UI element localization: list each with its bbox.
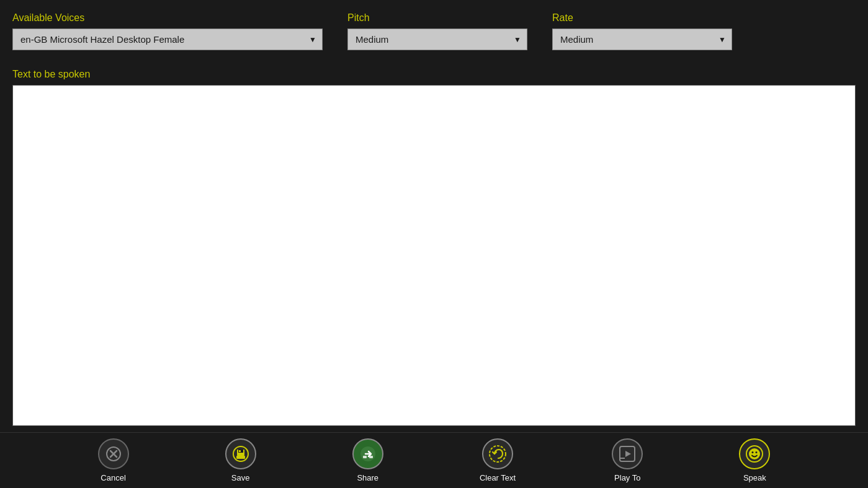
voices-group: Available Voices en-GB Microsoft Hazel D… bbox=[12, 12, 323, 50]
voices-select-wrapper: en-GB Microsoft Hazel Desktop Female en-… bbox=[12, 29, 323, 50]
text-input[interactable] bbox=[12, 85, 856, 426]
text-label: Text to be spoken bbox=[12, 69, 856, 80]
save-label: Save bbox=[231, 473, 250, 482]
pitch-group: Pitch Low Medium High bbox=[347, 12, 527, 50]
playto-label: Play To bbox=[614, 473, 640, 482]
cancel-icon bbox=[105, 446, 122, 462]
rate-label: Rate bbox=[552, 12, 732, 24]
playto-icon-circle bbox=[612, 438, 643, 469]
main-content: Available Voices en-GB Microsoft Hazel D… bbox=[0, 0, 868, 432]
share-label: Share bbox=[357, 473, 378, 482]
save-icon-circle bbox=[225, 438, 256, 469]
cleartext-icon bbox=[488, 445, 507, 463]
speak-icon-circle bbox=[739, 438, 770, 469]
share-button[interactable]: Share bbox=[352, 438, 383, 482]
cancel-label: Cancel bbox=[101, 473, 125, 482]
cleartext-label: Clear Text bbox=[480, 473, 516, 482]
pitch-label: Pitch bbox=[347, 12, 527, 24]
rate-group: Rate Slow Medium Fast bbox=[552, 12, 732, 50]
speak-button[interactable]: Speak bbox=[739, 438, 770, 482]
svg-rect-6 bbox=[236, 456, 245, 459]
pitch-select-wrapper: Low Medium High bbox=[347, 29, 527, 50]
rate-select-wrapper: Slow Medium Fast bbox=[552, 29, 732, 50]
text-section: Text to be spoken bbox=[12, 69, 856, 426]
voices-select[interactable]: en-GB Microsoft Hazel Desktop Female en-… bbox=[12, 29, 323, 50]
controls-row: Available Voices en-GB Microsoft Hazel D… bbox=[12, 12, 856, 50]
svg-point-18 bbox=[756, 451, 758, 453]
playto-button[interactable]: Play To bbox=[612, 438, 643, 482]
svg-rect-10 bbox=[369, 456, 373, 458]
svg-point-16 bbox=[749, 448, 760, 459]
voices-label: Available Voices bbox=[12, 12, 323, 24]
share-icon bbox=[359, 445, 377, 463]
share-icon-circle bbox=[352, 438, 383, 469]
cleartext-button[interactable]: Clear Text bbox=[480, 438, 516, 482]
speak-label: Speak bbox=[743, 473, 766, 482]
svg-marker-13 bbox=[625, 451, 631, 457]
save-button[interactable]: Save bbox=[225, 438, 256, 482]
cleartext-icon-circle bbox=[482, 438, 513, 469]
svg-point-17 bbox=[752, 451, 754, 453]
svg-rect-9 bbox=[363, 456, 367, 458]
cancel-icon-circle bbox=[98, 438, 129, 469]
save-icon bbox=[232, 445, 249, 463]
svg-rect-7 bbox=[239, 450, 241, 452]
pitch-select[interactable]: Low Medium High bbox=[347, 29, 527, 50]
bottom-toolbar: Cancel Save Share bbox=[0, 432, 868, 488]
speak-icon bbox=[745, 445, 764, 463]
playto-icon bbox=[619, 445, 636, 463]
rate-select[interactable]: Slow Medium Fast bbox=[552, 29, 732, 50]
cancel-button[interactable]: Cancel bbox=[98, 438, 129, 482]
